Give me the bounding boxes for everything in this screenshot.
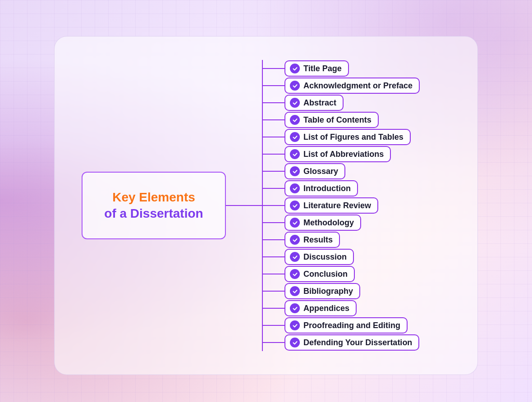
node-badge: Proofreading and Editing	[284, 317, 408, 333]
node-badge: Abstract	[284, 95, 344, 111]
node-badge: Results	[284, 232, 340, 248]
node-label: Glossary	[303, 167, 338, 176]
branch-line	[262, 188, 284, 189]
node-badge: List of Abbreviations	[284, 146, 391, 162]
node-badge: Methodology	[284, 215, 361, 231]
branch-line	[262, 325, 284, 326]
list-item: Glossary	[262, 163, 450, 180]
list-item: List of Abbreviations	[262, 146, 450, 163]
node-label: Discussion	[303, 252, 347, 262]
branch-line	[262, 291, 284, 292]
node-badge: Conclusion	[284, 266, 355, 282]
check-icon	[290, 98, 300, 108]
list-item: Appendices	[262, 300, 450, 317]
node-label: Acknowledgment or Preface	[303, 81, 413, 91]
node-badge: Appendices	[284, 300, 357, 316]
node-badge: Glossary	[284, 163, 345, 179]
check-icon	[290, 81, 300, 91]
node-label: List of Abbreviations	[303, 150, 384, 159]
branch-line	[262, 308, 284, 309]
branch-line	[262, 154, 284, 155]
node-badge: Literature Review	[284, 197, 378, 214]
node-badge: Introduction	[284, 180, 358, 196]
branch-system: Title Page Acknowledgment or Preface Abs…	[262, 60, 450, 351]
branch-line	[262, 102, 284, 103]
center-box: Key Elements of a Dissertation	[82, 172, 226, 239]
node-label: Defending Your Dissertation	[303, 338, 412, 347]
list-item: Table of Contents	[262, 111, 450, 128]
list-item: List of Figures and Tables	[262, 128, 450, 146]
list-item: Literature Review	[262, 197, 450, 214]
check-icon	[290, 183, 300, 193]
center-title: Key Elements of a Dissertation	[104, 189, 203, 222]
check-icon	[290, 303, 300, 313]
branch-line	[262, 256, 284, 257]
branch-line	[262, 119, 284, 120]
check-icon	[290, 338, 300, 347]
node-label: Appendices	[303, 304, 349, 313]
node-label: Conclusion	[303, 270, 348, 279]
branch-line	[262, 137, 284, 137]
branch-line	[262, 274, 284, 274]
list-item: Discussion	[262, 248, 450, 265]
branch-line	[262, 171, 284, 172]
node-badge: Table of Contents	[284, 112, 379, 128]
branch-line	[262, 222, 284, 223]
node-badge: Defending Your Dissertation	[284, 334, 419, 351]
list-item: Abstract	[262, 94, 450, 111]
check-icon	[290, 320, 300, 330]
branch-line	[262, 342, 284, 343]
list-item: Bibliography	[262, 283, 450, 300]
list-item: Title Page	[262, 60, 450, 77]
list-item: Introduction	[262, 180, 450, 197]
list-item: Proofreading and Editing	[262, 317, 450, 334]
node-badge: Discussion	[284, 249, 354, 265]
branch-line	[262, 239, 284, 240]
check-icon	[290, 115, 300, 125]
node-label: Proofreading and Editing	[303, 321, 400, 330]
check-icon	[290, 286, 300, 296]
node-label: Literature Review	[303, 201, 371, 210]
node-badge: List of Figures and Tables	[284, 129, 411, 145]
main-card: Key Elements of a Dissertation Title Pag…	[54, 36, 478, 375]
branch-line	[262, 68, 284, 69]
check-icon	[290, 269, 300, 279]
horizontal-connector	[226, 205, 262, 206]
node-label: Abstract	[303, 98, 336, 108]
node-label: Introduction	[303, 184, 351, 193]
list-item: Results	[262, 231, 450, 248]
check-icon	[290, 149, 300, 159]
branches-wrapper: Title Page Acknowledgment or Preface Abs…	[262, 60, 450, 351]
node-badge: Acknowledgment or Preface	[284, 78, 420, 94]
node-label: Results	[303, 235, 333, 245]
branch-line	[262, 85, 284, 86]
node-badge: Bibliography	[284, 283, 360, 299]
list-item: Conclusion	[262, 265, 450, 283]
node-label: Table of Contents	[303, 115, 371, 125]
check-icon	[290, 235, 300, 245]
node-badge: Title Page	[284, 60, 349, 77]
check-icon	[290, 252, 300, 262]
check-icon	[290, 64, 300, 73]
check-icon	[290, 218, 300, 228]
check-icon	[290, 132, 300, 142]
branch-line	[262, 205, 284, 206]
node-label: Methodology	[303, 218, 354, 228]
node-label: Title Page	[303, 64, 342, 73]
list-item: Defending Your Dissertation	[262, 334, 450, 351]
list-item: Methodology	[262, 214, 450, 231]
node-label: Bibliography	[303, 287, 353, 296]
check-icon	[290, 166, 300, 176]
check-icon	[290, 201, 300, 210]
node-label: List of Figures and Tables	[303, 132, 404, 142]
list-item: Acknowledgment or Preface	[262, 77, 450, 94]
